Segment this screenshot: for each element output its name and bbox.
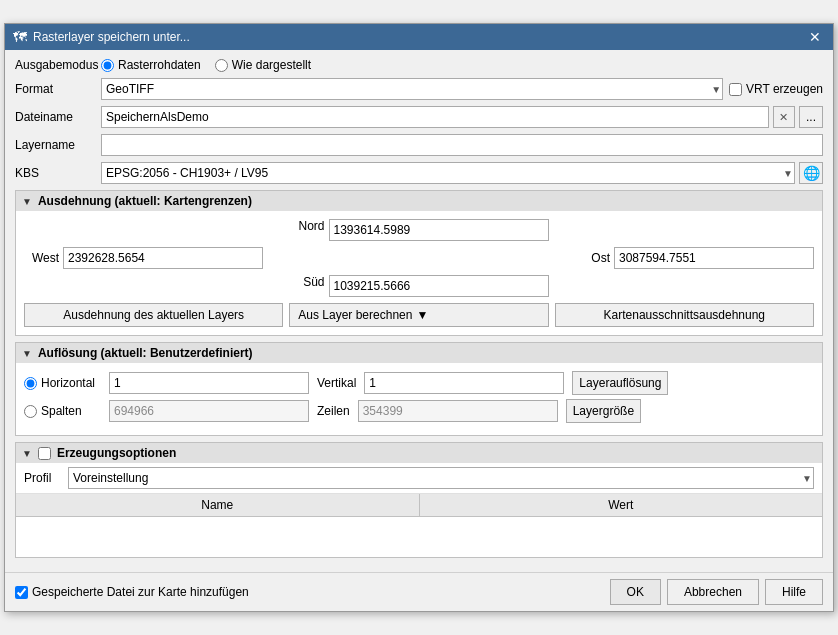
radio-spalten[interactable] — [24, 405, 37, 418]
kbs-row-content: EPSG:2056 - CH1903+ / LV95 ▼ 🌐 — [101, 162, 823, 184]
ausdehnung-aktuell-button[interactable]: Ausdehnung des aktuellen Layers — [24, 303, 283, 327]
main-dialog: 🗺 Rasterlayer speichern unter... ✕ Ausga… — [4, 23, 834, 612]
erzeugungsoptionen-title: Erzeugungsoptionen — [57, 446, 176, 460]
vrt-label-group: VRT erzeugen — [729, 82, 823, 96]
aufloesung-title: Auflösung (aktuell: Benutzerdefiniert) — [38, 346, 253, 360]
vertikal-label: Vertikal — [317, 376, 356, 390]
west-group: West — [24, 247, 263, 269]
extent-buttons: Ausdehnung des aktuellen Layers Aus Laye… — [24, 303, 814, 327]
aufloesung-header[interactable]: ▼ Auflösung (aktuell: Benutzerdefiniert) — [16, 343, 822, 363]
dialog-footer: Gespeicherte Datei zur Karte hinzufügen … — [5, 572, 833, 611]
ost-group: Ost — [575, 247, 814, 269]
filename-row-content: ✕ ... — [101, 106, 823, 128]
col-wert: Wert — [420, 494, 823, 516]
erzeugungsoptionen-header[interactable]: ▼ Erzeugungsoptionen — [16, 443, 822, 463]
kbs-row: KBS EPSG:2056 - CH1903+ / LV95 ▼ 🌐 — [15, 162, 823, 184]
zeilen-label: Zeilen — [317, 404, 350, 418]
nord-input[interactable] — [329, 219, 549, 241]
ausdehnung-header[interactable]: ▼ Ausdehnung (aktuell: Kartengrenzen) — [16, 191, 822, 211]
aufloesung-section: ▼ Auflösung (aktuell: Benutzerdefiniert)… — [15, 342, 823, 436]
format-row: Format GeoTIFF PNG JPEG ▼ VRT erzeugen — [15, 78, 823, 100]
west-ost-row: West Ost — [24, 247, 814, 269]
zeilen-input[interactable] — [358, 400, 558, 422]
kbs-select[interactable]: EPSG:2056 - CH1903+ / LV95 — [101, 162, 795, 184]
hilfe-button[interactable]: Hilfe — [765, 579, 823, 605]
aus-layer-dropdown-arrow: ▼ — [416, 308, 428, 322]
radio-wie-dargestellt: Wie dargestellt — [215, 58, 311, 72]
spalten-input[interactable] — [109, 400, 309, 422]
layername-input[interactable] — [101, 134, 823, 156]
profil-label: Profil — [24, 471, 62, 485]
spalten-label: Spalten — [41, 404, 101, 418]
dialog-title: Rasterlayer speichern unter... — [33, 30, 190, 44]
dateiname-row: Dateiname ✕ ... — [15, 106, 823, 128]
sued-input[interactable] — [329, 275, 549, 297]
west-input[interactable] — [63, 247, 263, 269]
dateiname-clear-button[interactable]: ✕ — [773, 106, 795, 128]
format-row-content: GeoTIFF PNG JPEG ▼ VRT erzeugen — [101, 78, 823, 100]
add-to-map-checkbox[interactable] — [15, 586, 28, 599]
horizontal-label: Horizontal — [41, 376, 101, 390]
ost-label: Ost — [575, 251, 610, 265]
ausdehnung-arrow-icon: ▼ — [22, 196, 32, 207]
table-body — [16, 517, 822, 557]
close-button[interactable]: ✕ — [805, 29, 825, 45]
format-label: Format — [15, 82, 95, 96]
sued-label: Süd — [290, 275, 325, 297]
dateiname-label: Dateiname — [15, 110, 95, 124]
format-combo-wrapper: GeoTIFF PNG JPEG ▼ — [101, 78, 723, 100]
title-bar: 🗺 Rasterlayer speichern unter... ✕ — [5, 24, 833, 50]
profil-select[interactable]: Voreinstellung — [68, 467, 814, 489]
ausdehnung-title: Ausdehnung (aktuell: Kartengrenzen) — [38, 194, 252, 208]
vrt-text: VRT erzeugen — [746, 82, 823, 96]
dateiname-browse-button[interactable]: ... — [799, 106, 823, 128]
ost-input[interactable] — [614, 247, 814, 269]
ausdehnung-section: ▼ Ausdehnung (aktuell: Kartengrenzen) No… — [15, 190, 823, 336]
nord-row: Nord — [24, 219, 814, 241]
layergroesse-button[interactable]: Layergröße — [566, 399, 641, 423]
footer-buttons: OK Abbrechen Hilfe — [610, 579, 823, 605]
abbrechen-button[interactable]: Abbrechen — [667, 579, 759, 605]
table-header: Name Wert — [16, 494, 822, 517]
radio-wie-dargestellt-input[interactable] — [215, 59, 228, 72]
layername-row: Layername — [15, 134, 823, 156]
horiz-vert-row: Horizontal Vertikal Layerauflösung — [24, 371, 814, 395]
radio-wie-dargestellt-label: Wie dargestellt — [232, 58, 311, 72]
format-select[interactable]: GeoTIFF PNG JPEG — [101, 78, 723, 100]
kbs-label: KBS — [15, 166, 95, 180]
profile-row: Profil Voreinstellung ▼ — [16, 463, 822, 494]
spalten-group: Spalten — [24, 404, 101, 418]
dateiname-input[interactable] — [101, 106, 769, 128]
horizontal-input[interactable] — [109, 372, 309, 394]
kartenausschnitt-button[interactable]: Kartenausschnittsausdehnung — [555, 303, 814, 327]
ok-button[interactable]: OK — [610, 579, 661, 605]
spalten-zeilen-row: Spalten Zeilen Layergröße — [24, 399, 814, 423]
layername-label: Layername — [15, 138, 95, 152]
profil-combo-wrapper: Voreinstellung ▼ — [68, 467, 814, 489]
layeraufloesung-button[interactable]: Layerauflösung — [572, 371, 668, 395]
west-label: West — [24, 251, 59, 265]
app-icon: 🗺 — [13, 29, 27, 45]
nord-label: Nord — [290, 219, 325, 241]
ausgabemodus-label: Ausgabemodus — [15, 58, 95, 72]
radio-horizontal[interactable] — [24, 377, 37, 390]
kbs-combo-wrapper: EPSG:2056 - CH1903+ / LV95 ▼ — [101, 162, 795, 184]
horizontal-group: Horizontal — [24, 376, 101, 390]
aus-layer-berechnen-label: Aus Layer berechnen — [298, 308, 412, 322]
vrt-checkbox[interactable] — [729, 83, 742, 96]
ausdehnung-body: Nord West Ost Süd — [16, 211, 822, 335]
kbs-globe-button[interactable]: 🌐 — [799, 162, 823, 184]
ausgabemodus-row: Ausgabemodus Rasterrohdaten Wie dargeste… — [15, 58, 823, 72]
aufloesung-body: Horizontal Vertikal Layerauflösung Spalt… — [16, 363, 822, 435]
sued-row: Süd — [24, 275, 814, 297]
erzeugungsoptionen-checkbox[interactable] — [38, 447, 51, 460]
col-name: Name — [16, 494, 420, 516]
vertikal-input[interactable] — [364, 372, 564, 394]
radio-rasterrohdaten-input[interactable] — [101, 59, 114, 72]
dialog-body: Ausgabemodus Rasterrohdaten Wie dargeste… — [5, 50, 833, 572]
title-bar-left: 🗺 Rasterlayer speichern unter... — [13, 29, 190, 45]
radio-rasterrohdaten: Rasterrohdaten — [101, 58, 201, 72]
aus-layer-berechnen-button[interactable]: Aus Layer berechnen ▼ — [289, 303, 548, 327]
add-to-map-label: Gespeicherte Datei zur Karte hinzufügen — [32, 585, 249, 599]
ausgabemodus-radio-group: Rasterrohdaten Wie dargestellt — [101, 58, 311, 72]
